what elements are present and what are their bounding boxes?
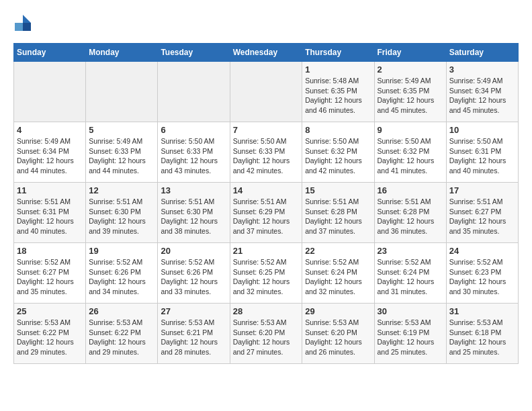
weekday-header-monday: Monday <box>86 44 158 62</box>
weekday-header-thursday: Thursday <box>302 44 374 62</box>
day-number: 7 <box>233 125 300 135</box>
day-info: Sunrise: 5:50 AM Sunset: 6:32 PM Dayligh… <box>305 136 371 176</box>
day-info: Sunrise: 5:49 AM Sunset: 6:34 PM Dayligh… <box>17 136 83 176</box>
page-header <box>13 13 519 32</box>
day-info: Sunrise: 5:52 AM Sunset: 6:26 PM Dayligh… <box>89 257 154 297</box>
day-number: 23 <box>378 246 443 256</box>
weekday-header-friday: Friday <box>374 44 446 62</box>
calendar-table: SundayMondayTuesdayWednesdayThursdayFrid… <box>13 43 519 364</box>
calendar-cell: 20Sunrise: 5:52 AM Sunset: 6:26 PM Dayli… <box>158 243 230 304</box>
calendar-cell: 30Sunrise: 5:53 AM Sunset: 6:19 PM Dayli… <box>374 304 446 364</box>
day-number: 1 <box>305 64 371 75</box>
day-info: Sunrise: 5:49 AM Sunset: 6:33 PM Dayligh… <box>89 136 154 176</box>
logo-icon <box>13 13 32 32</box>
day-info: Sunrise: 5:52 AM Sunset: 6:23 PM Dayligh… <box>449 257 515 297</box>
calendar-cell: 15Sunrise: 5:51 AM Sunset: 6:28 PM Dayli… <box>302 183 374 243</box>
day-info: Sunrise: 5:48 AM Sunset: 6:35 PM Dayligh… <box>305 76 371 116</box>
calendar-cell: 1Sunrise: 5:48 AM Sunset: 6:35 PM Daylig… <box>302 62 374 122</box>
calendar-week-row: 11Sunrise: 5:51 AM Sunset: 6:31 PM Dayli… <box>14 183 519 243</box>
calendar-cell: 7Sunrise: 5:50 AM Sunset: 6:33 PM Daylig… <box>230 122 302 183</box>
day-number: 9 <box>378 125 443 135</box>
calendar-cell: 10Sunrise: 5:50 AM Sunset: 6:31 PM Dayli… <box>446 122 518 183</box>
day-number: 11 <box>17 185 83 195</box>
day-info: Sunrise: 5:51 AM Sunset: 6:29 PM Dayligh… <box>233 197 300 236</box>
calendar-cell: 4Sunrise: 5:49 AM Sunset: 6:34 PM Daylig… <box>14 122 86 183</box>
day-number: 22 <box>305 246 371 256</box>
day-number: 5 <box>89 125 154 135</box>
day-info: Sunrise: 5:52 AM Sunset: 6:25 PM Dayligh… <box>233 257 300 297</box>
calendar-cell: 22Sunrise: 5:52 AM Sunset: 6:24 PM Dayli… <box>302 243 374 304</box>
day-number: 3 <box>449 64 515 75</box>
calendar-cell: 25Sunrise: 5:53 AM Sunset: 6:22 PM Dayli… <box>14 304 86 364</box>
day-number: 10 <box>449 125 515 135</box>
calendar-cell: 12Sunrise: 5:51 AM Sunset: 6:30 PM Dayli… <box>86 183 158 243</box>
calendar-cell <box>158 62 230 122</box>
day-number: 8 <box>305 125 371 135</box>
day-info: Sunrise: 5:49 AM Sunset: 6:35 PM Dayligh… <box>378 76 443 116</box>
day-info: Sunrise: 5:52 AM Sunset: 6:24 PM Dayligh… <box>378 257 443 297</box>
day-info: Sunrise: 5:53 AM Sunset: 6:18 PM Dayligh… <box>449 318 515 357</box>
weekday-header-sunday: Sunday <box>14 44 86 62</box>
day-number: 2 <box>378 64 443 75</box>
calendar-cell: 11Sunrise: 5:51 AM Sunset: 6:31 PM Dayli… <box>14 183 86 243</box>
day-number: 19 <box>89 246 154 256</box>
day-info: Sunrise: 5:51 AM Sunset: 6:28 PM Dayligh… <box>378 197 443 236</box>
weekday-header-saturday: Saturday <box>446 44 518 62</box>
day-number: 6 <box>161 125 226 135</box>
calendar-cell <box>86 62 158 122</box>
calendar-cell: 26Sunrise: 5:53 AM Sunset: 6:22 PM Dayli… <box>86 304 158 364</box>
calendar-cell: 31Sunrise: 5:53 AM Sunset: 6:18 PM Dayli… <box>446 304 518 364</box>
day-number: 14 <box>233 185 300 195</box>
calendar-cell: 21Sunrise: 5:52 AM Sunset: 6:25 PM Dayli… <box>230 243 302 304</box>
calendar-cell: 16Sunrise: 5:51 AM Sunset: 6:28 PM Dayli… <box>374 183 446 243</box>
day-info: Sunrise: 5:52 AM Sunset: 6:24 PM Dayligh… <box>305 257 371 297</box>
calendar-header: SundayMondayTuesdayWednesdayThursdayFrid… <box>14 44 519 62</box>
calendar-week-row: 1Sunrise: 5:48 AM Sunset: 6:35 PM Daylig… <box>14 62 519 122</box>
day-number: 26 <box>89 306 154 316</box>
day-info: Sunrise: 5:53 AM Sunset: 6:20 PM Dayligh… <box>233 318 300 357</box>
calendar-cell <box>230 62 302 122</box>
calendar-cell: 14Sunrise: 5:51 AM Sunset: 6:29 PM Dayli… <box>230 183 302 243</box>
day-info: Sunrise: 5:53 AM Sunset: 6:22 PM Dayligh… <box>17 318 83 357</box>
day-info: Sunrise: 5:50 AM Sunset: 6:32 PM Dayligh… <box>378 136 443 176</box>
day-info: Sunrise: 5:50 AM Sunset: 6:33 PM Dayligh… <box>161 136 226 176</box>
svg-marker-0 <box>23 15 31 23</box>
day-number: 4 <box>17 125 83 135</box>
day-number: 18 <box>17 246 83 256</box>
calendar-cell: 13Sunrise: 5:51 AM Sunset: 6:30 PM Dayli… <box>158 183 230 243</box>
day-info: Sunrise: 5:53 AM Sunset: 6:20 PM Dayligh… <box>305 318 371 357</box>
day-info: Sunrise: 5:49 AM Sunset: 6:34 PM Dayligh… <box>449 76 515 116</box>
day-number: 17 <box>449 185 515 195</box>
calendar-cell: 18Sunrise: 5:52 AM Sunset: 6:27 PM Dayli… <box>14 243 86 304</box>
calendar-cell: 9Sunrise: 5:50 AM Sunset: 6:32 PM Daylig… <box>374 122 446 183</box>
weekday-header-row: SundayMondayTuesdayWednesdayThursdayFrid… <box>14 44 519 62</box>
svg-marker-2 <box>15 23 23 31</box>
day-number: 21 <box>233 246 300 256</box>
day-number: 24 <box>449 246 515 256</box>
day-number: 25 <box>17 306 83 316</box>
calendar-body: 1Sunrise: 5:48 AM Sunset: 6:35 PM Daylig… <box>14 62 519 364</box>
day-number: 16 <box>378 185 443 195</box>
weekday-header-wednesday: Wednesday <box>230 44 302 62</box>
calendar-cell: 2Sunrise: 5:49 AM Sunset: 6:35 PM Daylig… <box>374 62 446 122</box>
calendar-week-row: 25Sunrise: 5:53 AM Sunset: 6:22 PM Dayli… <box>14 304 519 364</box>
day-number: 13 <box>161 185 226 195</box>
day-number: 29 <box>305 306 371 316</box>
day-info: Sunrise: 5:51 AM Sunset: 6:31 PM Dayligh… <box>17 197 83 236</box>
day-info: Sunrise: 5:52 AM Sunset: 6:26 PM Dayligh… <box>161 257 226 297</box>
day-number: 12 <box>89 185 154 195</box>
weekday-header-tuesday: Tuesday <box>158 44 230 62</box>
calendar-cell: 6Sunrise: 5:50 AM Sunset: 6:33 PM Daylig… <box>158 122 230 183</box>
day-info: Sunrise: 5:51 AM Sunset: 6:27 PM Dayligh… <box>449 197 515 236</box>
calendar-cell <box>14 62 86 122</box>
calendar-week-row: 18Sunrise: 5:52 AM Sunset: 6:27 PM Dayli… <box>14 243 519 304</box>
calendar-cell: 29Sunrise: 5:53 AM Sunset: 6:20 PM Dayli… <box>302 304 374 364</box>
logo <box>13 13 35 32</box>
day-info: Sunrise: 5:53 AM Sunset: 6:22 PM Dayligh… <box>89 318 154 357</box>
day-number: 27 <box>161 306 226 316</box>
calendar-cell: 27Sunrise: 5:53 AM Sunset: 6:21 PM Dayli… <box>158 304 230 364</box>
calendar-week-row: 4Sunrise: 5:49 AM Sunset: 6:34 PM Daylig… <box>14 122 519 183</box>
calendar-cell: 24Sunrise: 5:52 AM Sunset: 6:23 PM Dayli… <box>446 243 518 304</box>
day-number: 15 <box>305 185 371 195</box>
calendar-cell: 3Sunrise: 5:49 AM Sunset: 6:34 PM Daylig… <box>446 62 518 122</box>
